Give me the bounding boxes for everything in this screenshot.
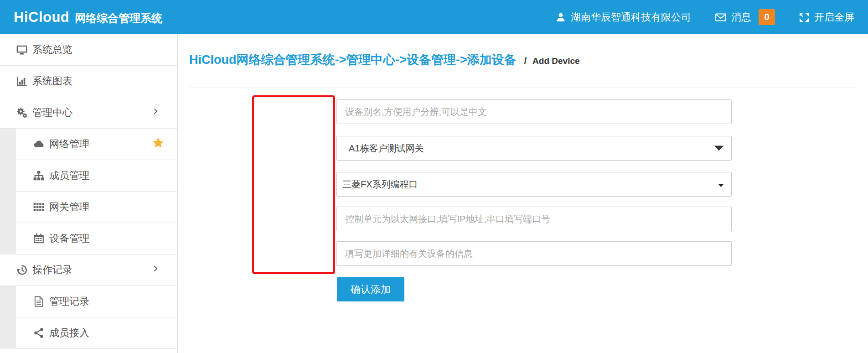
brand-name: HiCloud xyxy=(14,9,69,26)
sidebar-item-label: 网络管理 xyxy=(49,137,89,151)
sitemap-icon xyxy=(33,170,45,182)
topbar-right: 湖南华辰智通科技有限公司 消息 0 开启全屏 xyxy=(555,9,854,25)
fullscreen-toggle[interactable]: 开启全屏 xyxy=(799,10,854,24)
sidebar-item-label: 成员接入 xyxy=(49,326,89,340)
cloud-icon xyxy=(33,138,45,150)
chevron-right-icon xyxy=(151,107,160,119)
fullscreen-icon xyxy=(799,12,810,23)
sidebar-item-operation-records[interactable]: 操作记录 xyxy=(0,254,177,286)
sidebar-item-label: 成员管理 xyxy=(49,169,89,182)
dropdown-arrow-icon xyxy=(714,143,724,154)
account-menu[interactable]: 湖南华辰智通科技有限公司 xyxy=(555,10,691,24)
sidebar-item-system-overview[interactable]: 系统总览 xyxy=(0,34,177,66)
file-text-icon xyxy=(33,296,45,307)
sidebar: 系统总览 系统图表 xyxy=(0,34,178,353)
interface-params-input[interactable] xyxy=(336,207,732,231)
envelope-icon xyxy=(715,12,727,23)
sidebar-item-label: 网关管理 xyxy=(49,200,89,214)
chevron-right-icon xyxy=(151,264,160,276)
user-icon xyxy=(555,12,566,23)
sidebar-item-system-charts[interactable]: 系统图表 xyxy=(0,66,177,97)
share-icon xyxy=(33,327,45,339)
bar-chart-icon xyxy=(16,75,28,87)
messages-count-badge: 0 xyxy=(759,9,775,25)
breadcrumb-path: HiCloud网络综合管理系统->管理中心->设备管理->添加设备 xyxy=(189,53,517,67)
operation-records-submenu: 管理记录 成员接入 xyxy=(0,286,177,349)
brand-suffix: 网络综合管理系统 xyxy=(75,11,162,26)
sidebar-item-label: 管理中心 xyxy=(32,106,72,119)
breadcrumb-separator: / xyxy=(524,56,527,66)
upper-gateway-select[interactable]: A1栋客户测试网关 xyxy=(336,136,732,161)
management-center-submenu: 网络管理 成员管理 网关管理 xyxy=(0,129,177,254)
history-icon xyxy=(16,264,28,276)
calendar-icon xyxy=(33,233,45,244)
sidebar-item-gateway-management[interactable]: 网关管理 xyxy=(16,192,177,223)
sidebar-item-label: 系统总览 xyxy=(32,43,72,57)
sidebar-item-member-management[interactable]: 成员管理 xyxy=(16,160,177,192)
confirm-add-button[interactable]: 确认添加 xyxy=(337,277,404,301)
device-id-input[interactable] xyxy=(336,99,732,124)
main-content: HiCloud网络综合管理系统->管理中心->设备管理->添加设备 / Add … xyxy=(178,34,868,353)
sidebar-item-network-management[interactable]: 网络管理 xyxy=(16,129,177,160)
topbar: HiCloud 网络综合管理系统 湖南华辰智通科技有限公司 消息 0 开启全屏 xyxy=(0,0,868,34)
star-icon[interactable] xyxy=(152,136,165,152)
sidebar-item-management-records[interactable]: 管理记录 xyxy=(16,286,177,317)
remarks-input[interactable] xyxy=(336,241,732,266)
sidebar-item-label: 管理记录 xyxy=(49,295,89,308)
messages-menu[interactable]: 消息 0 xyxy=(715,9,775,25)
control-unit-select[interactable]: 三菱FX系列编程口 xyxy=(336,172,732,197)
sidebar-item-label: 系统图表 xyxy=(32,74,72,88)
heading-divider xyxy=(189,88,858,88)
sidebar-item-member-access[interactable]: 成员接入 xyxy=(16,317,177,349)
sidebar-item-management-center[interactable]: 管理中心 xyxy=(0,97,177,129)
dropdown-arrow-icon xyxy=(718,179,724,190)
annotation-rectangle xyxy=(252,95,335,274)
gears-icon xyxy=(16,107,28,119)
upper-gateway-selected-value: A1栋客户测试网关 xyxy=(349,142,424,155)
app-logo[interactable]: HiCloud 网络综合管理系统 xyxy=(14,9,162,26)
breadcrumb: HiCloud网络综合管理系统->管理中心->设备管理->添加设备 / Add … xyxy=(189,51,580,68)
company-name: 湖南华辰智通科技有限公司 xyxy=(571,10,691,24)
breadcrumb-subtitle: Add Device xyxy=(532,56,579,66)
sidebar-item-label: 操作记录 xyxy=(32,263,72,277)
sidebar-item-device-management[interactable]: 设备管理 xyxy=(16,223,177,254)
desktop-icon xyxy=(16,44,28,56)
control-unit-selected-value: 三菱FX系列编程口 xyxy=(342,178,418,191)
fullscreen-label: 开启全屏 xyxy=(814,10,854,24)
grid-icon xyxy=(33,201,45,213)
sidebar-item-label: 设备管理 xyxy=(49,232,89,245)
messages-label: 消息 xyxy=(731,10,751,24)
